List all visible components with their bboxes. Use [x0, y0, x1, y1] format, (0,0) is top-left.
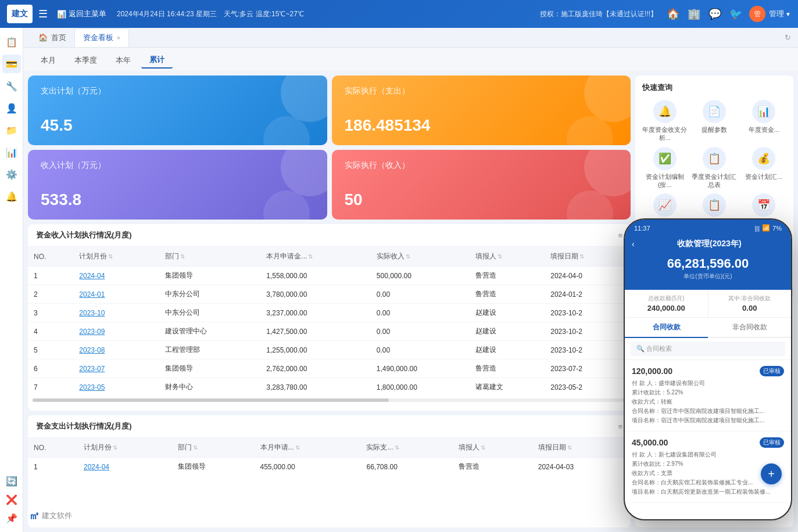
tab-home[interactable]: 🏠 首页	[30, 29, 74, 46]
sidebar-item-7[interactable]: ⚙️	[2, 165, 21, 184]
table-cell: 建设管理中心	[159, 322, 260, 341]
back-button[interactable]: 📊 返回主菜单	[55, 9, 106, 19]
table-cell: 集团领导	[159, 267, 260, 285]
sidebar-item-4[interactable]: 👤	[2, 99, 21, 117]
quick-item[interactable]: 📋 季度资金计划汇总表	[692, 147, 736, 189]
sidebar-item-bottom-1[interactable]: 🔄	[2, 472, 21, 490]
month-link[interactable]: 2023-07	[79, 365, 105, 373]
org-icon[interactable]: 🏢	[688, 8, 700, 20]
user-name[interactable]: 管理	[769, 9, 784, 19]
table-row[interactable]: 72023-05财务中心3,283,780.001,800,000.00诸葛建文…	[28, 378, 631, 397]
period-tabs: 本月 本季度 本年 累计	[23, 48, 798, 71]
user-dropdown-icon[interactable]: ▼	[785, 11, 791, 17]
phone-amount-section: 66,281,596.00 单位(货币单位)(元)	[625, 256, 791, 290]
sidebar-item-6[interactable]: 📊	[2, 143, 21, 161]
table-cell[interactable]: 2023-10	[73, 304, 159, 322]
footer-logo: ㎡	[29, 509, 40, 523]
tab-close-icon[interactable]: ×	[117, 35, 120, 41]
kpi-expense-plan-label: 支出计划（万元）	[41, 86, 314, 96]
month-link[interactable]: 2024-01	[79, 290, 105, 299]
eth-reporter[interactable]: 填报人⇅	[453, 438, 532, 458]
message-icon[interactable]: 💬	[708, 8, 721, 20]
table-cell[interactable]: 2023-09	[73, 322, 159, 341]
phone-list-item[interactable]: 120,000.00 已审核 付 款 人：盛华建设有限公司 累计收款比：5.22…	[625, 360, 791, 432]
table-cell[interactable]: 2023-08	[73, 341, 159, 360]
th-reporter[interactable]: 填报人⇅	[470, 247, 545, 267]
period-tab-year[interactable]: 本年	[108, 53, 139, 68]
table-row[interactable]: 52023-08工程管理部1,255,000.000.00赵建设2023-10-…	[28, 341, 631, 360]
table-cell[interactable]: 2023-07	[73, 360, 159, 378]
phone-back-button[interactable]: ‹	[632, 239, 635, 249]
sidebar-item-bottom-3[interactable]: 📌	[2, 509, 21, 527]
table-row[interactable]: 12024-04集团领导455,000.0066,708.00鲁营造2024-0…	[28, 458, 631, 476]
phone-list: 120,000.00 已审核 付 款 人：盛华建设有限公司 累计收款比：5.22…	[625, 360, 791, 519]
sidebar-item-2[interactable]: 💳	[2, 55, 21, 73]
refresh-icon[interactable]: ↻	[785, 33, 791, 42]
table-row[interactable]: 12024-04集团领导1,558,000.00500,000.00鲁营造202…	[28, 267, 631, 285]
eth-apply[interactable]: 本月申请...⇅	[255, 438, 361, 458]
table-row[interactable]: 62023-07集团领导2,762,000.001,490,000.00鲁营造2…	[28, 360, 631, 378]
th-apply[interactable]: 本月申请金...⇅	[260, 247, 370, 267]
period-tab-cumulative[interactable]: 累计	[141, 52, 173, 69]
table-cell[interactable]: 2024-01	[73, 285, 159, 304]
sidebar-item-3[interactable]: 🔧	[2, 77, 21, 95]
left-panel: 支出计划（万元） 45.5 实际执行（支出） 186.485134 收入计划	[23, 71, 635, 532]
quick-icon: 📄	[703, 100, 726, 123]
menu-icon[interactable]: ☰	[38, 8, 48, 20]
table-cell[interactable]: 2024-04	[73, 267, 159, 285]
period-tab-quarter[interactable]: 本季度	[66, 53, 105, 68]
sidebar-item-1[interactable]: 📋	[2, 33, 21, 51]
quick-item[interactable]: 💰 资金计划汇...	[742, 147, 786, 189]
settings-icon[interactable]: 🐦	[729, 8, 742, 20]
home-icon[interactable]: 🏠	[667, 8, 679, 20]
table-cell: 2024-04-0	[545, 267, 631, 285]
quick-label: 季度资金计划汇总表	[692, 172, 736, 189]
quick-icon: 📈	[653, 193, 677, 217]
table-row[interactable]: 32023-10中东分公司3,237,000.000.00赵建设2023-10-…	[28, 304, 631, 322]
phone-stat-nc-value: 0.00	[714, 304, 786, 312]
phone-stat-total-label: 总收款额(5月)	[631, 294, 702, 303]
kpi-card-expense-plan: 支出计划（万元） 45.5	[28, 76, 327, 145]
phone-search-input[interactable]: 🔍 合同检索	[631, 342, 785, 356]
phone-tab-non-contract[interactable]: 非合同收款	[708, 318, 791, 337]
table-row[interactable]: 42023-09建设管理中心1,427,500.000.00赵建设2023-10…	[28, 322, 631, 341]
income-table-section: 资金收入计划执行情况(月度) ≡ NO. 计划月份⇅ 部门⇅ 本月申请金...⇅…	[28, 224, 631, 411]
month-link[interactable]: 2023-05	[79, 383, 105, 391]
sidebar-item-bottom-2[interactable]: ❌	[2, 490, 21, 509]
expense-table-menu-icon[interactable]: ≡	[618, 422, 622, 431]
sidebar: 📋 💳 🔧 👤 📁 📊 ⚙️ 🔔 🔄 ❌ 📌	[0, 28, 23, 532]
period-tab-month[interactable]: 本月	[33, 53, 64, 68]
th-date[interactable]: 填报日期⇅	[545, 247, 631, 267]
phone-stat-non-contract: 其中:非合同收款 0.00	[708, 290, 792, 317]
eth-actual[interactable]: 实际支...⇅	[360, 438, 452, 458]
table-cell[interactable]: 2023-05	[73, 378, 159, 397]
sidebar-item-8[interactable]: 🔔	[2, 187, 21, 206]
quick-item[interactable]: ✅ 资金计划编制(按...	[642, 147, 687, 189]
eth-month[interactable]: 计划月份⇅	[78, 438, 172, 458]
eth-dept[interactable]: 部门⇅	[172, 438, 254, 458]
month-link[interactable]: 2023-10	[79, 309, 105, 317]
quick-item[interactable]: 📄 提醒参数	[692, 100, 736, 142]
month-link[interactable]: 2023-09	[79, 328, 105, 336]
th-dept[interactable]: 部门⇅	[159, 247, 260, 267]
month-link[interactable]: 2023-08	[79, 346, 105, 354]
footer-watermark: ㎡ 建文软件	[29, 509, 72, 523]
sidebar-item-5[interactable]: 📁	[2, 121, 21, 139]
income-table-menu-icon[interactable]: ≡	[618, 231, 622, 240]
tab-dashboard[interactable]: 资金看板 ×	[74, 28, 129, 47]
month-link[interactable]: 2024-04	[79, 272, 105, 280]
th-month[interactable]: 计划月份⇅	[73, 247, 159, 267]
kpi-card-income-actual: 实际执行（收入） 50	[332, 150, 631, 220]
eth-date[interactable]: 填报日期⇅	[532, 438, 631, 458]
month-link[interactable]: 2024-04	[84, 463, 109, 471]
quick-item[interactable]: 📊 年度资金...	[742, 100, 786, 142]
phone-screen: 11:37 ||| 📶 7% ‹ 收款管理(2023年) 66,281,596.…	[625, 220, 791, 519]
kpi-row-2: 收入计划（万元） 533.8 实际执行（收入） 50	[28, 150, 631, 220]
table-cell: 赵建设	[470, 304, 545, 322]
quick-item[interactable]: 🔔 年度资金收支分析...	[642, 100, 687, 142]
th-actual[interactable]: 实际收入⇅	[371, 247, 470, 267]
phone-fab-button[interactable]: +	[761, 463, 782, 484]
datetime: 2024年4月24日 16:44:23 星期三	[117, 9, 217, 19]
table-row[interactable]: 22024-01中东分公司3,780,000.000.00鲁营造2024-01-…	[28, 285, 631, 304]
phone-tab-contract[interactable]: 合同收款	[625, 318, 708, 338]
